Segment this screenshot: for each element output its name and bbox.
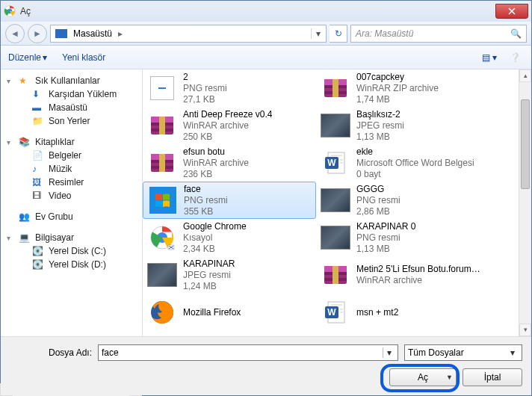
sidebar-item-music[interactable]: ♪Müzik <box>4 162 139 176</box>
file-name: Metin2 5'Li Efsun Botu.forumexe.com <box>356 264 485 275</box>
file-thumbnail-icon <box>321 185 350 215</box>
file-type: PNG resmi <box>183 83 227 94</box>
forward-button[interactable]: ► <box>28 24 47 43</box>
file-size: 1,13 MB <box>356 132 404 143</box>
close-button[interactable] <box>495 4 528 19</box>
navigation-bar: ◄ ► Masaüstü ▸ ▾ ↻ Ara: Masaüstü 🔍 <box>1 22 531 46</box>
file-name: Anti Deep Freeze v0.4 <box>183 109 272 120</box>
file-size: 250 KB <box>183 132 272 143</box>
file-thumbnail-icon <box>147 73 177 103</box>
file-thumbnail-icon <box>321 73 350 103</box>
titlebar: Aç <box>1 1 531 22</box>
file-thumbnail-icon <box>321 223 350 253</box>
file-size: 1,13 MB <box>356 244 415 255</box>
filename-value: face <box>102 347 383 358</box>
sidebar-item-label: Yerel Disk (C:) <box>49 246 106 256</box>
toolbar: Düzenle ▾ Yeni klasör ▤ ▾ ❔ <box>1 46 531 69</box>
desktop-icon <box>55 29 67 38</box>
cancel-button[interactable]: İptal <box>463 368 522 386</box>
svg-rect-35 <box>332 266 338 284</box>
file-thumbnail-icon <box>147 148 177 178</box>
file-type: PNG resmi <box>356 232 415 244</box>
file-thumbnail-icon <box>321 260 350 290</box>
file-name: msn + mt2 <box>356 307 398 318</box>
cancel-button-label: İptal <box>484 372 501 383</box>
sidebar-item-pictures[interactable]: 🖼Resimler <box>4 176 139 189</box>
svg-rect-23 <box>332 79 338 97</box>
video-icon: 🎞 <box>32 191 44 201</box>
open-button-label: Aç <box>418 372 428 383</box>
chevron-right-icon[interactable]: ▸ <box>115 28 126 39</box>
chevron-down-icon: ▾ <box>43 52 47 63</box>
sidebar-item-label: Yerel Disk (D:) <box>49 259 106 270</box>
sidebar-item-recent[interactable]: 📁Son Yerler <box>4 114 139 128</box>
chevron-down-icon[interactable]: ▾ <box>507 347 519 358</box>
sidebar-favorites-label: Sık Kullanılanlar <box>35 75 100 86</box>
window-title: Aç <box>20 6 31 16</box>
file-item[interactable]: KARAPINARJPEG resmi1,24 MB <box>143 256 316 294</box>
sidebar-item-label: Masaüstü <box>49 102 87 113</box>
file-size: 355 KB <box>184 206 228 217</box>
file-thumbnail-icon: W <box>321 148 350 178</box>
back-button[interactable]: ◄ <box>5 24 25 43</box>
sidebar-favorites[interactable]: ★Sık Kullanılanlar <box>4 74 139 87</box>
file-item[interactable]: GGGGPNG resmi2,86 MB <box>316 182 489 219</box>
file-item[interactable]: WekleMicrosoft Office Word Belgesi0 bayt <box>316 144 489 182</box>
chevron-down-icon[interactable]: ▾ <box>383 347 395 358</box>
sidebar-item-label: Belgeler <box>49 150 81 161</box>
file-thumbnail-icon <box>147 297 177 327</box>
sidebar-item-drive-c[interactable]: 💽Yerel Disk (C:) <box>4 244 139 258</box>
music-icon: ♪ <box>32 164 44 174</box>
breadcrumb[interactable]: Masaüstü ▸ ▾ <box>50 25 327 43</box>
filetype-filter[interactable]: Tüm Dosyalar ▾ <box>404 344 522 361</box>
file-type: Kısayol <box>183 232 247 244</box>
file-item[interactable]: Google ChromeKısayol2,34 KB <box>143 219 316 256</box>
file-item[interactable]: Anti Deep Freeze v0.4WinRAR archive250 K… <box>143 107 316 144</box>
file-name: Google Chrome <box>183 221 247 232</box>
filename-input[interactable]: face ▾ <box>98 344 398 361</box>
file-size: 2,34 KB <box>183 244 247 255</box>
file-item[interactable]: Metin2 5'Li Efsun Botu.forumexe.comWinRA… <box>316 256 489 294</box>
search-input[interactable]: Ara: Masaüstü 🔍 <box>350 25 527 43</box>
sidebar-item-desktop[interactable]: ▬Masaüstü <box>4 101 139 114</box>
file-item[interactable]: 2PNG resmi27,1 KB <box>143 69 316 107</box>
file-type: WinRAR archive <box>183 120 272 132</box>
sidebar-homegroup[interactable]: 👥Ev Grubu <box>4 210 139 223</box>
file-item[interactable]: 007capckeyWinRAR ZIP archive1,74 MB <box>316 69 489 107</box>
breadcrumb-dropdown[interactable]: ▾ <box>311 28 324 39</box>
refresh-button[interactable]: ↻ <box>330 25 347 43</box>
sidebar-item-drive-d[interactable]: 💽Yerel Disk (D:) <box>4 258 139 271</box>
sidebar-libraries[interactable]: 📚Kitaplıklar <box>4 135 139 149</box>
file-item[interactable]: Mozilla Firefox <box>143 294 316 331</box>
file-item[interactable]: Wmsn + mt2 <box>316 294 489 331</box>
organize-menu[interactable]: Düzenle ▾ <box>8 52 47 63</box>
view-options-button[interactable]: ▤ ▾ <box>480 49 498 66</box>
file-name: efsun botu <box>183 146 249 158</box>
file-size: 1,74 MB <box>356 94 439 105</box>
file-item[interactable]: KARAPINAR 0PNG resmi1,13 MB <box>316 219 489 256</box>
sidebar-homegroup-label: Ev Grubu <box>35 211 73 222</box>
file-size: 27,1 KB <box>183 94 227 105</box>
chevron-down-icon[interactable]: ▼ <box>446 374 453 381</box>
file-list: 2PNG resmi27,1 KBAnti Deep Freeze v0.4Wi… <box>143 69 531 336</box>
sidebar-item-documents[interactable]: 📄Belgeler <box>4 149 139 162</box>
help-button[interactable]: ❔ <box>506 49 524 66</box>
new-folder-button[interactable]: Yeni klasör <box>62 52 105 63</box>
open-button[interactable]: Aç ▼ <box>389 368 457 386</box>
filter-value: Tüm Dosyalar <box>408 347 507 358</box>
file-name: GGGG <box>356 184 400 195</box>
file-item[interactable]: Başlıksız-2JPEG resmi1,13 MB <box>316 107 489 144</box>
scrollbar-thumb[interactable] <box>521 99 530 189</box>
sidebar-item-video[interactable]: 🎞Video <box>4 189 139 202</box>
file-item[interactable]: efsun botuWinRAR archive236 KB <box>143 144 316 182</box>
chrome-icon <box>4 5 16 17</box>
homegroup-icon: 👥 <box>19 211 31 222</box>
sidebar-item-downloads[interactable]: ⬇Karşıdan Yüklem <box>4 87 139 101</box>
file-item[interactable]: facePNG resmi355 KB <box>143 182 316 219</box>
sidebar: ▾ ★Sık Kullanılanlar ⬇Karşıdan Yüklem ▬M… <box>1 69 143 336</box>
file-type: WinRAR archive <box>183 158 249 169</box>
file-type: WinRAR archive <box>356 275 485 286</box>
vertical-scrollbar[interactable]: ▴ ▾ <box>519 69 531 336</box>
sidebar-computer[interactable]: 💻Bilgisayar <box>4 231 139 244</box>
file-size: 236 KB <box>183 169 249 180</box>
